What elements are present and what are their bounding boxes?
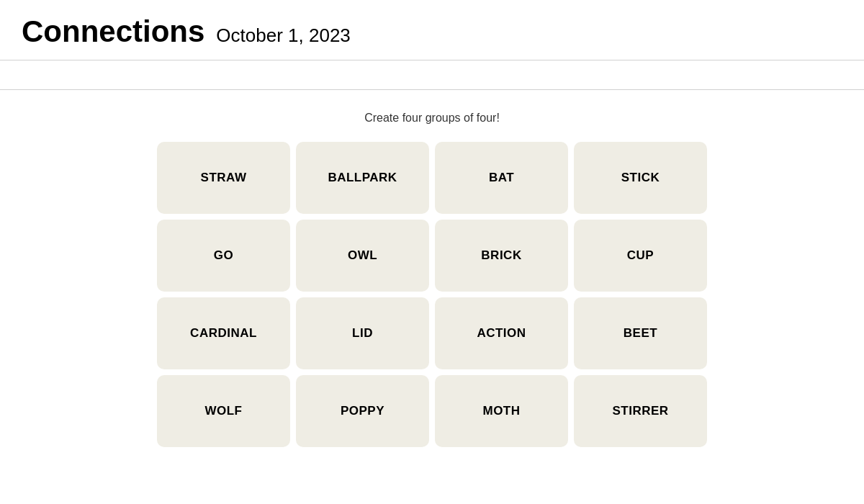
page-title: Connections xyxy=(22,14,204,49)
word-card[interactable]: POPPY xyxy=(296,375,429,447)
page-date: October 1, 2023 xyxy=(216,24,350,47)
word-label: POPPY xyxy=(341,404,384,418)
word-label: LID xyxy=(352,326,373,341)
word-label: STICK xyxy=(621,171,660,185)
word-card[interactable]: CUP xyxy=(574,220,707,292)
word-card[interactable]: STRAW xyxy=(157,142,290,214)
word-card[interactable]: BALLPARK xyxy=(296,142,429,214)
spacer xyxy=(0,60,864,89)
word-label: STIRRER xyxy=(612,404,668,418)
word-label: BAT xyxy=(489,171,514,185)
word-card[interactable]: BEET xyxy=(574,297,707,369)
instructions-text: Create four groups of four! xyxy=(364,112,500,125)
word-card[interactable]: MOTH xyxy=(435,375,568,447)
word-card[interactable]: STIRRER xyxy=(574,375,707,447)
word-card[interactable]: BAT xyxy=(435,142,568,214)
word-label: CARDINAL xyxy=(190,326,257,341)
word-card[interactable]: CARDINAL xyxy=(157,297,290,369)
word-grid: STRAWBALLPARKBATSTICKGOOWLBRICKCUPCARDIN… xyxy=(157,142,707,447)
word-card[interactable]: LID xyxy=(296,297,429,369)
word-label: OWL xyxy=(348,248,377,263)
word-card[interactable]: OWL xyxy=(296,220,429,292)
word-card[interactable]: WOLF xyxy=(157,375,290,447)
word-card[interactable]: ACTION xyxy=(435,297,568,369)
word-card[interactable]: STICK xyxy=(574,142,707,214)
word-label: BALLPARK xyxy=(328,171,397,185)
word-label: MOTH xyxy=(482,404,520,418)
word-label: BEET xyxy=(624,326,657,341)
game-area: Create four groups of four! STRAWBALLPAR… xyxy=(0,90,864,469)
word-label: CUP xyxy=(627,248,654,263)
page-header: Connections October 1, 2023 xyxy=(0,0,864,60)
word-label: WOLF xyxy=(204,404,242,418)
word-label: BRICK xyxy=(481,248,521,263)
word-card[interactable]: BRICK xyxy=(435,220,568,292)
word-card[interactable]: GO xyxy=(157,220,290,292)
word-label: STRAW xyxy=(201,171,247,185)
word-label: GO xyxy=(214,248,233,263)
word-label: ACTION xyxy=(477,326,526,341)
